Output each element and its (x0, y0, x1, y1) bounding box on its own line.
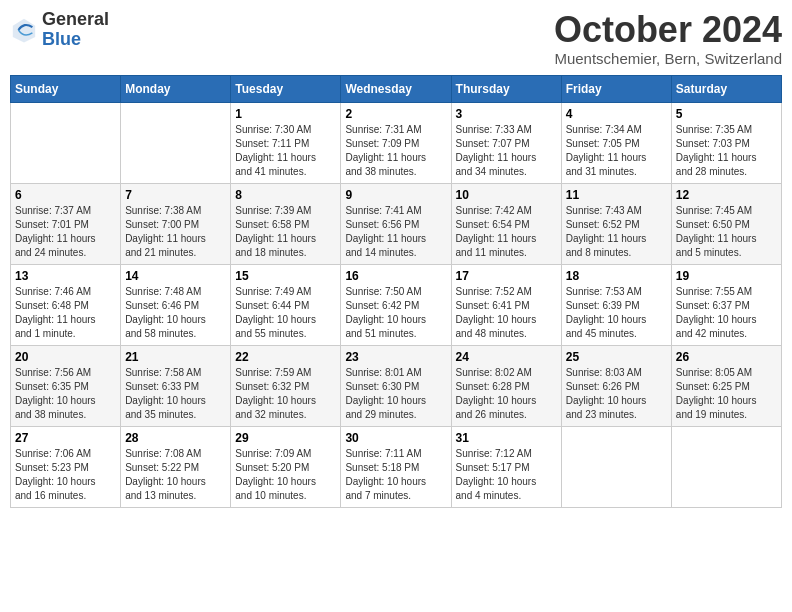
calendar-header: SundayMondayTuesdayWednesdayThursdayFrid… (11, 75, 782, 102)
calendar-cell: 26Sunrise: 8:05 AM Sunset: 6:25 PM Dayli… (671, 345, 781, 426)
logo: General Blue (10, 10, 109, 50)
calendar-cell: 14Sunrise: 7:48 AM Sunset: 6:46 PM Dayli… (121, 264, 231, 345)
calendar-cell: 3Sunrise: 7:33 AM Sunset: 7:07 PM Daylig… (451, 102, 561, 183)
day-number: 2 (345, 107, 446, 121)
day-number: 30 (345, 431, 446, 445)
calendar-cell (121, 102, 231, 183)
calendar-cell: 16Sunrise: 7:50 AM Sunset: 6:42 PM Dayli… (341, 264, 451, 345)
calendar-cell: 22Sunrise: 7:59 AM Sunset: 6:32 PM Dayli… (231, 345, 341, 426)
day-info: Sunrise: 7:59 AM Sunset: 6:32 PM Dayligh… (235, 366, 336, 422)
day-number: 28 (125, 431, 226, 445)
calendar-week: 6Sunrise: 7:37 AM Sunset: 7:01 PM Daylig… (11, 183, 782, 264)
calendar-cell (11, 102, 121, 183)
calendar-week: 1Sunrise: 7:30 AM Sunset: 7:11 PM Daylig… (11, 102, 782, 183)
weekday-header: Monday (121, 75, 231, 102)
day-info: Sunrise: 7:53 AM Sunset: 6:39 PM Dayligh… (566, 285, 667, 341)
calendar-week: 27Sunrise: 7:06 AM Sunset: 5:23 PM Dayli… (11, 426, 782, 507)
day-number: 19 (676, 269, 777, 283)
month-title: October 2024 (554, 10, 782, 50)
day-info: Sunrise: 7:35 AM Sunset: 7:03 PM Dayligh… (676, 123, 777, 179)
calendar-cell: 20Sunrise: 7:56 AM Sunset: 6:35 PM Dayli… (11, 345, 121, 426)
calendar-cell: 5Sunrise: 7:35 AM Sunset: 7:03 PM Daylig… (671, 102, 781, 183)
day-number: 12 (676, 188, 777, 202)
day-info: Sunrise: 7:52 AM Sunset: 6:41 PM Dayligh… (456, 285, 557, 341)
day-number: 4 (566, 107, 667, 121)
day-number: 27 (15, 431, 116, 445)
day-info: Sunrise: 7:11 AM Sunset: 5:18 PM Dayligh… (345, 447, 446, 503)
title-block: October 2024 Muentschemier, Bern, Switze… (554, 10, 782, 67)
day-number: 15 (235, 269, 336, 283)
day-number: 13 (15, 269, 116, 283)
day-info: Sunrise: 7:42 AM Sunset: 6:54 PM Dayligh… (456, 204, 557, 260)
day-info: Sunrise: 7:58 AM Sunset: 6:33 PM Dayligh… (125, 366, 226, 422)
calendar-cell (671, 426, 781, 507)
calendar-cell: 27Sunrise: 7:06 AM Sunset: 5:23 PM Dayli… (11, 426, 121, 507)
calendar-cell: 18Sunrise: 7:53 AM Sunset: 6:39 PM Dayli… (561, 264, 671, 345)
calendar-cell: 11Sunrise: 7:43 AM Sunset: 6:52 PM Dayli… (561, 183, 671, 264)
calendar-cell: 12Sunrise: 7:45 AM Sunset: 6:50 PM Dayli… (671, 183, 781, 264)
day-info: Sunrise: 8:01 AM Sunset: 6:30 PM Dayligh… (345, 366, 446, 422)
day-info: Sunrise: 7:39 AM Sunset: 6:58 PM Dayligh… (235, 204, 336, 260)
day-number: 17 (456, 269, 557, 283)
day-number: 3 (456, 107, 557, 121)
calendar-cell: 8Sunrise: 7:39 AM Sunset: 6:58 PM Daylig… (231, 183, 341, 264)
calendar-cell: 23Sunrise: 8:01 AM Sunset: 6:30 PM Dayli… (341, 345, 451, 426)
calendar-cell (561, 426, 671, 507)
day-info: Sunrise: 7:38 AM Sunset: 7:00 PM Dayligh… (125, 204, 226, 260)
calendar-body: 1Sunrise: 7:30 AM Sunset: 7:11 PM Daylig… (11, 102, 782, 507)
calendar-cell: 19Sunrise: 7:55 AM Sunset: 6:37 PM Dayli… (671, 264, 781, 345)
day-number: 10 (456, 188, 557, 202)
day-info: Sunrise: 7:08 AM Sunset: 5:22 PM Dayligh… (125, 447, 226, 503)
day-number: 20 (15, 350, 116, 364)
calendar-cell: 17Sunrise: 7:52 AM Sunset: 6:41 PM Dayli… (451, 264, 561, 345)
calendar-cell: 9Sunrise: 7:41 AM Sunset: 6:56 PM Daylig… (341, 183, 451, 264)
weekday-header: Sunday (11, 75, 121, 102)
day-number: 22 (235, 350, 336, 364)
calendar-table: SundayMondayTuesdayWednesdayThursdayFrid… (10, 75, 782, 508)
weekday-header: Tuesday (231, 75, 341, 102)
calendar-cell: 4Sunrise: 7:34 AM Sunset: 7:05 PM Daylig… (561, 102, 671, 183)
day-number: 21 (125, 350, 226, 364)
calendar-cell: 24Sunrise: 8:02 AM Sunset: 6:28 PM Dayli… (451, 345, 561, 426)
day-number: 18 (566, 269, 667, 283)
calendar-cell: 2Sunrise: 7:31 AM Sunset: 7:09 PM Daylig… (341, 102, 451, 183)
day-number: 31 (456, 431, 557, 445)
day-number: 6 (15, 188, 116, 202)
weekday-row: SundayMondayTuesdayWednesdayThursdayFrid… (11, 75, 782, 102)
day-number: 8 (235, 188, 336, 202)
day-number: 26 (676, 350, 777, 364)
logo-text: General Blue (42, 10, 109, 50)
day-number: 14 (125, 269, 226, 283)
day-number: 1 (235, 107, 336, 121)
day-info: Sunrise: 7:48 AM Sunset: 6:46 PM Dayligh… (125, 285, 226, 341)
page-header: General Blue October 2024 Muentschemier,… (10, 10, 782, 67)
calendar-cell: 29Sunrise: 7:09 AM Sunset: 5:20 PM Dayli… (231, 426, 341, 507)
svg-marker-0 (13, 19, 35, 43)
location: Muentschemier, Bern, Switzerland (554, 50, 782, 67)
day-number: 5 (676, 107, 777, 121)
day-number: 29 (235, 431, 336, 445)
calendar-cell: 31Sunrise: 7:12 AM Sunset: 5:17 PM Dayli… (451, 426, 561, 507)
day-info: Sunrise: 7:30 AM Sunset: 7:11 PM Dayligh… (235, 123, 336, 179)
day-number: 9 (345, 188, 446, 202)
calendar-cell: 15Sunrise: 7:49 AM Sunset: 6:44 PM Dayli… (231, 264, 341, 345)
calendar-cell: 25Sunrise: 8:03 AM Sunset: 6:26 PM Dayli… (561, 345, 671, 426)
day-number: 16 (345, 269, 446, 283)
day-info: Sunrise: 7:49 AM Sunset: 6:44 PM Dayligh… (235, 285, 336, 341)
day-info: Sunrise: 7:37 AM Sunset: 7:01 PM Dayligh… (15, 204, 116, 260)
calendar-cell: 6Sunrise: 7:37 AM Sunset: 7:01 PM Daylig… (11, 183, 121, 264)
day-info: Sunrise: 7:46 AM Sunset: 6:48 PM Dayligh… (15, 285, 116, 341)
calendar-week: 13Sunrise: 7:46 AM Sunset: 6:48 PM Dayli… (11, 264, 782, 345)
weekday-header: Wednesday (341, 75, 451, 102)
logo-icon (10, 16, 38, 44)
day-info: Sunrise: 7:43 AM Sunset: 6:52 PM Dayligh… (566, 204, 667, 260)
calendar-week: 20Sunrise: 7:56 AM Sunset: 6:35 PM Dayli… (11, 345, 782, 426)
day-info: Sunrise: 7:06 AM Sunset: 5:23 PM Dayligh… (15, 447, 116, 503)
calendar-cell: 10Sunrise: 7:42 AM Sunset: 6:54 PM Dayli… (451, 183, 561, 264)
weekday-header: Friday (561, 75, 671, 102)
day-info: Sunrise: 8:05 AM Sunset: 6:25 PM Dayligh… (676, 366, 777, 422)
day-number: 23 (345, 350, 446, 364)
day-number: 11 (566, 188, 667, 202)
day-number: 24 (456, 350, 557, 364)
day-number: 25 (566, 350, 667, 364)
